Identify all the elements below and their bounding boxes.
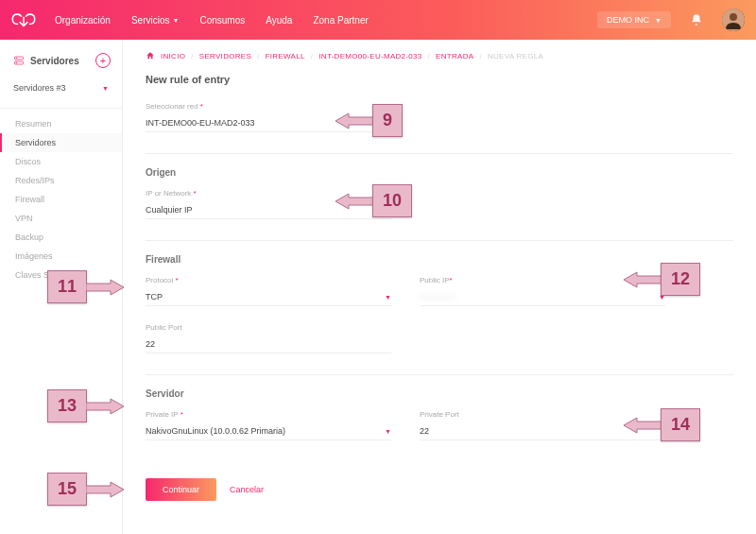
org-label: DEMO INC (607, 15, 649, 25)
origen-title: Origen (146, 167, 733, 178)
home-icon (146, 51, 155, 60)
chevron-down-icon: ▼ (385, 294, 391, 301)
svg-point-1 (730, 13, 737, 21)
sidebar-subtitle-row[interactable]: Servidores #3 ▼ (0, 78, 122, 102)
chevron-down-icon: ▼ (655, 17, 662, 24)
content-area: INICIO/ SERVIDORES/ FIREWALL/ INT-DEMO00… (123, 40, 756, 534)
section-firewall: Firewall Protocol * TCP ▼ Public IP* ···… (146, 240, 733, 353)
privateip-label: Private IP * (146, 410, 391, 419)
avatar[interactable] (722, 9, 745, 31)
sidebar-item-clavesssh[interactable]: Claves SSH (0, 266, 122, 284)
section-network: Seleccionar red * INT-DEMO00-EU-MAD2-033… (146, 102, 733, 132)
publicport-input[interactable] (146, 336, 391, 353)
sidebar-item-discos[interactable]: Discos (0, 152, 122, 171)
publicport-label: Public Port (146, 323, 391, 332)
nav-zonapartner[interactable]: Zona Partner (313, 15, 368, 26)
add-server-button[interactable]: + (95, 53, 111, 68)
publicip-label: Public IP* (420, 276, 665, 284)
chevron-down-icon: ▼ (659, 294, 665, 301)
chevron-down-icon: ▼ (385, 120, 391, 127)
chevron-down-icon: ▼ (102, 85, 109, 92)
topbar: Organización Servicios▼ Consumos Ayuda Z… (0, 0, 756, 40)
network-value: INT-DEMO00-EU-MAD2-033 (146, 118, 255, 128)
nav-organizacion[interactable]: Organización (55, 15, 111, 26)
section-servidor: Servidor Private IP * NakivoGnuLinux (10… (146, 374, 733, 457)
app-logo (11, 10, 36, 29)
protocol-select[interactable]: TCP ▼ (146, 288, 391, 306)
servidor-title: Servidor (146, 388, 733, 399)
firewall-title: Firewall (146, 254, 733, 265)
breadcrumb: INICIO/ SERVIDORES/ FIREWALL/ INT-DEMO00… (146, 51, 733, 60)
crumb-entrada[interactable]: ENTRADA (436, 52, 473, 60)
sidebar-item-redes[interactable]: Redes/IPs (0, 171, 122, 190)
privateip-select[interactable]: NakivoGnuLinux (10.0.0.62 Primaria) ▼ (146, 422, 391, 440)
svg-point-4 (16, 58, 17, 59)
svg-point-5 (16, 62, 17, 63)
nav-ayuda[interactable]: Ayuda (266, 15, 292, 26)
section-origen: Origen IP or Network * Cualquier IP ▼ (146, 153, 733, 219)
sidebar-item-imagenes[interactable]: Imágenes (0, 247, 122, 266)
sidebar-menu: Resumen Servidores Discos Redes/IPs Fire… (0, 108, 122, 284)
sidebar-item-servidores[interactable]: Servidores (0, 133, 122, 152)
crumb-firewall[interactable]: FIREWALL (266, 52, 305, 60)
continue-button[interactable]: Continuar (146, 478, 216, 501)
sidebar-item-resumen[interactable]: Resumen (0, 114, 122, 133)
ipnetwork-select[interactable]: Cualquier IP ▼ (146, 201, 391, 219)
crumb-interface[interactable]: INT-DEMO00-EU-MAD2-033 (318, 52, 421, 60)
cancel-button[interactable]: Cancelar (230, 485, 264, 494)
network-select[interactable]: INT-DEMO00-EU-MAD2-033 ▼ (146, 114, 391, 132)
org-selector[interactable]: DEMO INC ▼ (597, 11, 671, 28)
crumb-inicio[interactable]: INICIO (161, 52, 185, 60)
protocol-value: TCP (146, 292, 163, 301)
ipnetwork-label: IP or Network * (146, 189, 391, 198)
publicip-select[interactable]: ··········· ▼ (420, 288, 665, 306)
sidebar-subtitle: Servidores #3 (13, 83, 66, 93)
nav-servicios[interactable]: Servicios▼ (131, 15, 180, 26)
network-label: Seleccionar red * (146, 102, 391, 111)
chevron-down-icon: ▼ (173, 17, 180, 24)
nav-consumos[interactable]: Consumos (199, 15, 245, 26)
sidebar-header: Servidores + (0, 49, 122, 78)
top-nav: Organización Servicios▼ Consumos Ayuda Z… (55, 15, 578, 26)
sidebar-title: Servidores (30, 56, 79, 66)
button-row: Continuar Cancelar (146, 478, 733, 501)
crumb-servidores[interactable]: SERVIDORES (199, 52, 251, 60)
ipnetwork-value: Cualquier IP (146, 205, 193, 215)
server-icon (13, 55, 25, 66)
bell-icon[interactable] (690, 13, 703, 26)
sidebar-item-backup[interactable]: Backup (0, 228, 122, 247)
privateip-value: NakivoGnuLinux (10.0.0.62 Primaria) (146, 426, 285, 436)
publicip-value: ··········· (420, 292, 456, 301)
crumb-current: NUEVA REGLA (488, 52, 543, 60)
sidebar-item-firewall[interactable]: Firewall (0, 190, 122, 209)
chevron-down-icon: ▼ (385, 207, 391, 214)
sidebar-item-vpn[interactable]: VPN (0, 209, 122, 228)
page-title: New rule of entry (146, 74, 733, 85)
chevron-down-icon: ▼ (385, 428, 391, 435)
privateport-label: Private Port (420, 410, 665, 419)
privateport-input[interactable] (420, 422, 665, 440)
sidebar: Servidores + Servidores #3 ▼ Resumen Ser… (0, 40, 123, 534)
protocol-label: Protocol * (146, 276, 391, 284)
